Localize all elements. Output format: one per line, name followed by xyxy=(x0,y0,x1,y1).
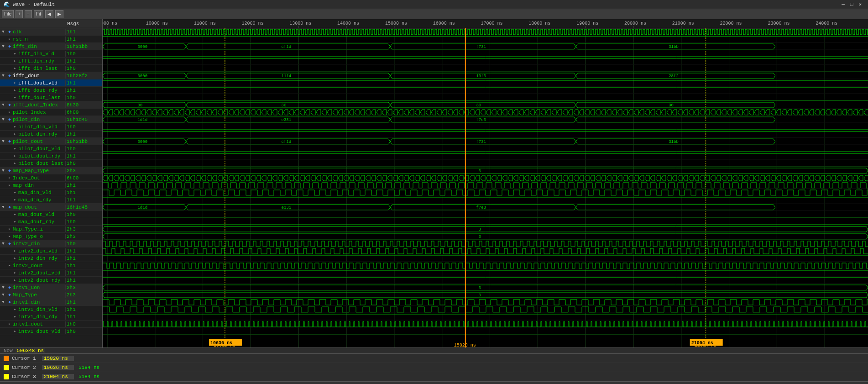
signal-row[interactable]: ▸ifft_din_last1h0 xyxy=(0,65,102,72)
expand-icon[interactable]: ▼ xyxy=(0,168,6,173)
signal-type-icon: ▸ xyxy=(6,234,13,239)
expand-icon[interactable]: ▼ xyxy=(0,242,6,246)
signal-name-label: intv1_din_rdy xyxy=(18,314,65,320)
signal-row[interactable]: ▼◆intv2_din1h0 xyxy=(0,240,102,247)
signal-row[interactable]: ▼◆pilot_dout16h31bb xyxy=(0,138,102,145)
signal-row[interactable]: ▸intv2_dout1h1 xyxy=(0,262,102,269)
now-label: Now xyxy=(4,348,13,353)
signal-type-icon: ◆ xyxy=(6,102,13,107)
signal-row[interactable]: ▼◆intv1_Con2h3 xyxy=(0,284,102,291)
cursor-time-value: 10636 ns xyxy=(42,365,74,370)
toolbar: File + − Fit ◀ ▶ xyxy=(0,9,868,19)
signal-row[interactable]: ▸intv2_din_vld1h1 xyxy=(0,247,102,255)
signal-row[interactable]: ▸ifft_dout_last1h0 xyxy=(0,94,102,101)
status-bar: Now 506348 ns Cursor 115820 nsCursor 210… xyxy=(0,347,868,384)
signal-row[interactable]: ▼◆pilot_din16h1d45 xyxy=(0,116,102,123)
signal-name-label: ifft_din_rdy xyxy=(18,58,65,64)
signal-type-icon: ▸ xyxy=(12,88,18,93)
signal-row[interactable]: ▸intv2_din_rdy1h1 xyxy=(0,255,102,262)
signal-row[interactable]: ▸map_dout_rdy1h0 xyxy=(0,218,102,226)
signal-row[interactable]: ▸map_din_vld1h1 xyxy=(0,189,102,196)
signal-row[interactable]: ▼◆Map_Type2h3 xyxy=(0,291,102,299)
signal-value-display: 1h1 xyxy=(65,256,102,261)
signal-row[interactable]: ▸pilot_din_vld1h0 xyxy=(0,123,102,131)
signal-value-display: 1h1 xyxy=(65,37,102,42)
title-text: Wave - Default xyxy=(13,2,55,7)
signal-row[interactable]: ▸Index_Out6h00 xyxy=(0,174,102,182)
cursor-rows: Cursor 115820 nsCursor 210636 ns5184 nsC… xyxy=(0,354,868,381)
signal-row[interactable]: ▸Map_Type_o2h3 xyxy=(0,233,102,240)
signal-value-display: 1h1 xyxy=(65,132,102,137)
expand-icon[interactable]: ▼ xyxy=(0,44,6,49)
signal-row[interactable]: ▸intv1_dout_vld1h0 xyxy=(0,328,102,335)
waveform-canvas[interactable] xyxy=(103,19,868,347)
signal-type-icon: ▸ xyxy=(12,58,18,63)
signal-row[interactable]: ▸intv1_dout1h0 xyxy=(0,321,102,328)
signal-type-icon: ▸ xyxy=(12,256,18,261)
signal-value-display: 2h3 xyxy=(65,292,102,298)
toolbar-zoom-fit[interactable]: Fit xyxy=(34,10,43,18)
signal-type-icon: ◆ xyxy=(6,168,13,173)
signal-row[interactable]: ▸intv1_din_vld1h1 xyxy=(0,306,102,313)
toolbar-scroll-left[interactable]: ◀ xyxy=(45,10,53,18)
signal-type-icon: ▸ xyxy=(12,248,18,253)
signal-row[interactable]: ▼◆ifft_din16h31bb xyxy=(0,43,102,50)
expand-icon[interactable]: ▼ xyxy=(0,205,6,210)
signal-row[interactable]: ▸map_din_rdy1h1 xyxy=(0,196,102,204)
expand-icon[interactable]: ▼ xyxy=(0,285,6,290)
expand-icon[interactable]: ▼ xyxy=(0,300,6,305)
signal-row[interactable]: ▸ifft_dout_rdy1h1 xyxy=(0,87,102,94)
signal-type-icon: ▸ xyxy=(12,197,18,202)
signal-row[interactable]: ▸map_dout_vld1h0 xyxy=(0,211,102,218)
signal-row[interactable]: ▼◆map_dout16h1d45 xyxy=(0,204,102,211)
signal-type-icon: ◆ xyxy=(6,29,13,34)
signal-row[interactable]: ▸ifft_dout_vld1h1 xyxy=(0,79,102,87)
wave-area xyxy=(103,19,868,347)
expand-icon[interactable]: ▼ xyxy=(0,139,6,144)
signal-row[interactable]: ▸ifft_din_rdy1h1 xyxy=(0,58,102,65)
toolbar-scroll-right[interactable]: ▶ xyxy=(55,10,63,18)
signal-row[interactable]: ▸Map_Type_i2h3 xyxy=(0,226,102,233)
signal-row[interactable]: ▸intv1_din_rdy1h1 xyxy=(0,313,102,321)
signal-row[interactable]: ▼◆clk1h1 xyxy=(0,28,102,36)
horizontal-scrollbar[interactable] xyxy=(0,381,868,384)
expand-icon[interactable]: ▼ xyxy=(0,30,6,34)
signal-value-display: 1h1 xyxy=(65,29,102,35)
expand-icon[interactable]: ▼ xyxy=(0,117,6,122)
signal-name-label: intv1_din xyxy=(13,300,65,305)
signal-row[interactable]: ▸pilot_dout_vld1h0 xyxy=(0,145,102,153)
signal-row[interactable]: ▸pilot_Index6h00 xyxy=(0,109,102,116)
signal-value-display: 1h0 xyxy=(65,219,102,225)
signal-row[interactable]: ▼◆ifft_dout16h28f2 xyxy=(0,72,102,79)
signal-type-icon: ▸ xyxy=(12,80,18,85)
expand-icon[interactable]: ▼ xyxy=(0,293,6,297)
signal-value-display: 6h00 xyxy=(65,175,102,181)
signal-row[interactable]: ▸pilot_din_rdy1h1 xyxy=(0,131,102,138)
signal-row[interactable]: ▸pilot_dout_rdy1h1 xyxy=(0,153,102,160)
expand-icon[interactable]: ▼ xyxy=(0,103,6,107)
signal-row[interactable]: ▸map_din1h1 xyxy=(0,182,102,189)
signal-row[interactable]: ▼◆map_Map_Type2h3 xyxy=(0,167,102,174)
signal-row[interactable]: ▸rst_n1h1 xyxy=(0,36,102,43)
signal-name-label: Map_Type_i xyxy=(13,226,65,232)
toolbar-zoom-out[interactable]: − xyxy=(25,10,32,18)
signal-row[interactable]: ▸ifft_din_vld1h0 xyxy=(0,50,102,58)
signal-type-icon: ▸ xyxy=(6,321,13,326)
window-maximize[interactable]: □ xyxy=(847,2,856,7)
toolbar-menu[interactable]: File xyxy=(2,10,14,18)
signal-row[interactable]: ▼◆intv1_din1h1 xyxy=(0,299,102,306)
signal-value-display: 1h1 xyxy=(65,80,102,86)
signal-row[interactable]: ▸intv2_dout_vld1h1 xyxy=(0,269,102,277)
expand-icon[interactable]: ▼ xyxy=(0,74,6,78)
signal-row[interactable]: ▼◆ifft_dout_Index8h30 xyxy=(0,101,102,109)
signal-name-label: pilot_din_vld xyxy=(18,124,65,130)
signal-type-icon: ▸ xyxy=(12,270,18,275)
signal-name-label: Map_Type xyxy=(13,292,65,298)
signal-type-icon: ▸ xyxy=(12,190,18,195)
toolbar-zoom-in[interactable]: + xyxy=(16,10,23,18)
signal-row[interactable]: ▸intv2_dout_rdy1h1 xyxy=(0,277,102,284)
cursor-color-indicator xyxy=(4,356,9,361)
signal-row[interactable]: ▸pilot_dout_last1h0 xyxy=(0,160,102,167)
window-minimize[interactable]: ─ xyxy=(839,2,847,7)
window-close[interactable]: ✕ xyxy=(856,1,864,7)
